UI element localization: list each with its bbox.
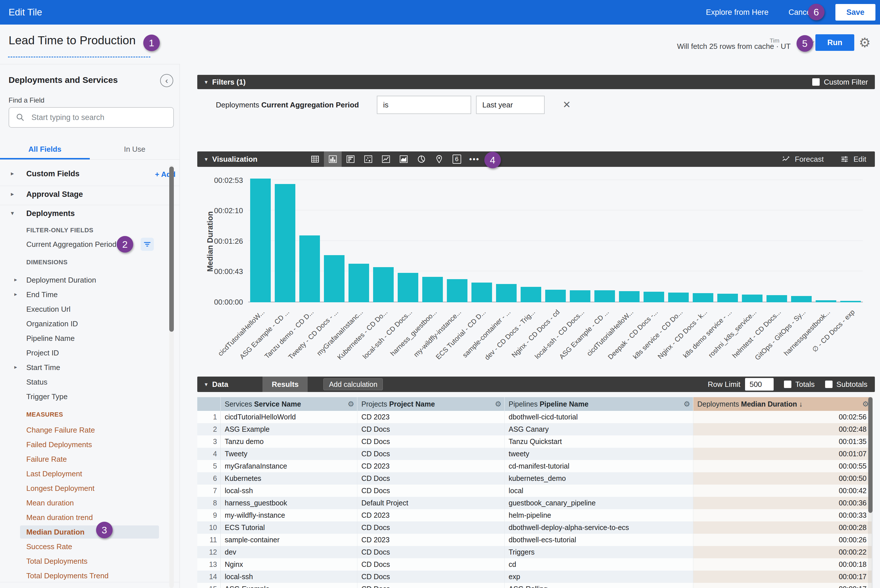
table-row[interactable]: 13NginxCD Docscd00:00:18 [197,558,872,571]
sidebar-item-pipeline-name[interactable]: Pipeline Name [0,331,179,346]
column-header-service-name[interactable]: Services Service Name⚙ [221,397,357,411]
chart-bar[interactable] [693,293,713,302]
collapse-sidebar-button[interactable]: ‹ [160,74,173,87]
chart-bar[interactable] [471,283,492,302]
chart-bar[interactable] [496,284,517,302]
sidebar-item-total-deployments-trend[interactable]: Total Deployments Trend [0,568,179,583]
table-row[interactable]: 15ASG ExampleCD DocsASG Rolling00:00:17 [197,583,872,588]
viz-single-value-icon[interactable]: 6 [448,152,466,167]
subtotals-checkbox[interactable] [825,381,833,388]
sidebar-item-start-time[interactable]: ▸Start Time [0,360,179,375]
chart-bar[interactable] [570,290,590,302]
tab-all-fields[interactable]: All Fields [0,145,90,154]
custom-filter-checkbox[interactable] [812,78,820,86]
viz-area-icon[interactable] [395,152,412,167]
sidebar-item-organization-id[interactable]: Organization ID [0,316,179,331]
viz-map-icon[interactable] [430,152,448,167]
chart-bar[interactable] [644,292,664,302]
sidebar-item-project-id[interactable]: Project ID [0,346,179,360]
chart-bar[interactable] [718,294,738,302]
chart-bar[interactable] [742,295,763,302]
sidebar-item-longest-deployment[interactable]: Longest Deployment [0,481,179,496]
table-row[interactable]: 4TweetyCD Docstweety00:01:07 [197,448,872,460]
remove-filter-icon[interactable]: ✕ [563,99,571,110]
chart-bar[interactable] [447,279,468,302]
sidebar-group-custom-fields[interactable]: ▸Custom Fields+ Add [0,167,179,182]
filters-section-bar[interactable]: ▾ Filters (1) Custom Filter [197,75,875,89]
table-row[interactable]: 6KubernetesCD Docskubernetes_demo00:00:5… [197,472,872,484]
table-row[interactable]: 3Tanzu demoCD DocsTanzu Quickstart00:01:… [197,435,872,448]
run-button[interactable]: Run [815,34,854,51]
table-scrollbar[interactable] [868,397,873,588]
sidebar-item-last-deployment[interactable]: Last Deployment [0,466,179,481]
viz-column-icon[interactable] [324,152,341,167]
table-row[interactable]: 7local-sshCD Docslocal00:00:42 [197,484,872,497]
gear-icon[interactable]: ⚙ [684,400,690,409]
table-scrollbar-thumb[interactable] [868,397,872,513]
viz-more-icon[interactable]: ••• [466,152,483,167]
chart-bar[interactable] [275,184,295,302]
tab-in-use[interactable]: In Use [90,145,179,154]
table-row[interactable]: 11sample-containerCD 2023dbothwell-ecs-t… [197,534,872,546]
table-row[interactable]: 5myGrafanaInstanceCD 2023cd-manifest-tut… [197,460,872,472]
column-header-pipeline-name[interactable]: Pipelines Pipeline Name⚙ [505,397,693,411]
sidebar-scrollbar[interactable] [169,165,174,588]
edit-viz-button[interactable]: Edit [840,154,866,164]
viz-line-icon[interactable] [377,152,395,167]
sidebar-scrollbar-thumb[interactable] [169,166,174,332]
sidebar-item-failure-rate[interactable]: Failure Rate [0,452,179,466]
gear-icon[interactable]: ⚙ [347,400,354,409]
viz-pie-icon[interactable] [412,152,430,167]
chart-bar[interactable] [816,300,836,302]
sidebar-item-change-failure-rate[interactable]: Change Failure Rate [0,423,179,437]
search-input[interactable]: Start typing to search [9,107,174,128]
sidebar-item-end-time[interactable]: ▸End Time [0,287,179,302]
sidebar-item-deployment-duration[interactable]: ▸Deployment Duration [0,273,179,287]
chart-bar[interactable] [840,301,861,302]
chart-bar[interactable] [422,277,443,302]
sidebar-item-median-duration[interactable]: Median Duration [0,525,179,539]
add-calculation-button[interactable]: Add calculation [323,378,383,390]
chart-bar[interactable] [299,236,320,302]
filter-operator-select[interactable]: is [377,96,471,114]
sidebar-item-mean-duration[interactable]: Mean duration [0,496,179,510]
row-limit-input[interactable]: 500 [745,378,774,391]
totals-checkbox[interactable] [784,381,791,388]
chart-bar[interactable] [767,295,787,302]
chart-bar[interactable] [594,290,615,302]
table-row[interactable]: 10ECS TutorialCD Docsdbothwell-deploy-al… [197,521,872,534]
timezone-dropdown-label[interactable]: Tim [770,37,779,44]
chart-bar[interactable] [250,178,271,302]
chart-bar[interactable] [373,267,394,302]
tile-title[interactable]: Lead Time to Production [9,34,135,47]
filter-field-button[interactable] [141,238,154,251]
explore-from-here-link[interactable]: Explore from Here [706,8,769,17]
sidebar-item-execution-url[interactable]: Execution Url [0,302,179,316]
chart-bar[interactable] [398,273,418,302]
data-section-bar[interactable]: ▾ Data Results Add calculation Row Limit… [197,376,875,392]
forecast-button[interactable]: Forecast [781,154,824,164]
sidebar-item-current-aggregation-period[interactable]: Current Aggregation Period [0,237,179,252]
column-header-project-name[interactable]: Projects Project Name⚙ [357,397,505,411]
sidebar-item-trigger-type[interactable]: Trigger Type [0,389,179,404]
gear-icon[interactable]: ⚙ [859,35,871,50]
gear-icon[interactable]: ⚙ [495,400,501,409]
sidebar-group-approval-stage[interactable]: ▸Approval Stage [0,188,179,202]
chart-bar[interactable] [520,287,541,302]
viz-table-icon[interactable] [306,152,324,167]
visualization-section-bar[interactable]: ▾ Visualization 6••• Forecast Edit [197,152,875,167]
table-row[interactable]: 1cicdTutorialHelloWorldCD 2023dbothwell-… [197,411,872,423]
chart-bar[interactable] [619,291,639,302]
sidebar-item-total-deployments[interactable]: Total Deployments [0,554,179,568]
sidebar-item-failed-deployments[interactable]: Failed Deployments [0,437,179,452]
chart-bar[interactable] [668,292,689,302]
sidebar-item-success-rate[interactable]: Success Rate [0,539,179,554]
save-button[interactable]: Save [835,4,875,21]
chart-bar[interactable] [791,296,812,302]
filter-value-input[interactable]: Last year [476,96,545,114]
chart-bar[interactable] [324,255,344,302]
viz-scatter-icon[interactable] [360,152,377,167]
table-row[interactable]: 12devCD DocsTriggers00:00:22 [197,546,872,558]
column-header-median-duration[interactable]: Deployments Median Duration ↓⚙ [693,397,872,411]
table-row[interactable]: 9my-wildfly-instanceCD 2023helm-pipeline… [197,509,872,521]
